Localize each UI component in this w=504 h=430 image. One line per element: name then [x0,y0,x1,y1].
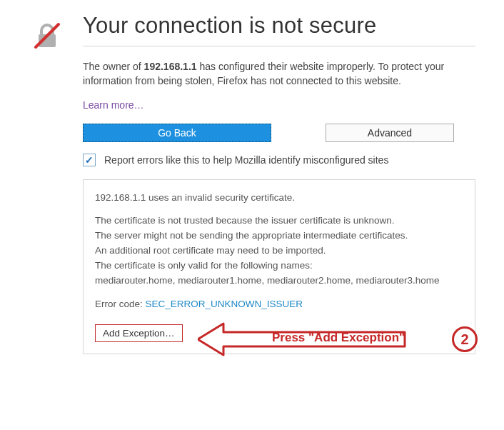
host-name: 192.168.1.1 [144,61,197,72]
annotation-arrow [198,321,412,358]
details-line: The certificate is only valid for the fo… [95,259,463,273]
details-line: The certificate is not trusted because t… [95,214,463,228]
check-icon: ✓ [85,154,94,166]
details-line: An additional root certificate may need … [95,244,463,258]
details-line: mediarouter.home, mediarouter1.home, med… [95,274,463,288]
go-back-button[interactable]: Go Back [83,124,271,142]
error-code-link[interactable]: SEC_ERROR_UNKNOWN_ISSUER [146,299,303,309]
learn-more-link[interactable]: Learn more… [83,99,144,111]
insecure-lock-icon [31,20,63,54]
certificate-details-panel: 192.168.1.1 uses an invalid security cer… [83,179,475,354]
details-line: The server might not be sending the appr… [95,229,463,243]
report-errors-label: Report errors like this to help Mozilla … [104,154,388,166]
annotation-text: Press "Add Exception" [272,329,405,346]
report-errors-checkbox[interactable]: ✓ [83,154,96,166]
page-title: Your connection is not secure [83,13,475,39]
error-description: The owner of 192.168.1.1 has configured … [83,59,475,89]
annotation-step-number: 2 [452,326,478,352]
add-exception-button[interactable]: Add Exception… [95,324,183,342]
divider [83,46,475,46]
advanced-button[interactable]: Advanced [326,124,454,142]
details-line: 192.168.1.1 uses an invalid security cer… [95,191,463,205]
svg-marker-2 [198,324,405,355]
error-code-line: Error code: SEC_ERROR_UNKNOWN_ISSUER [95,298,463,311]
